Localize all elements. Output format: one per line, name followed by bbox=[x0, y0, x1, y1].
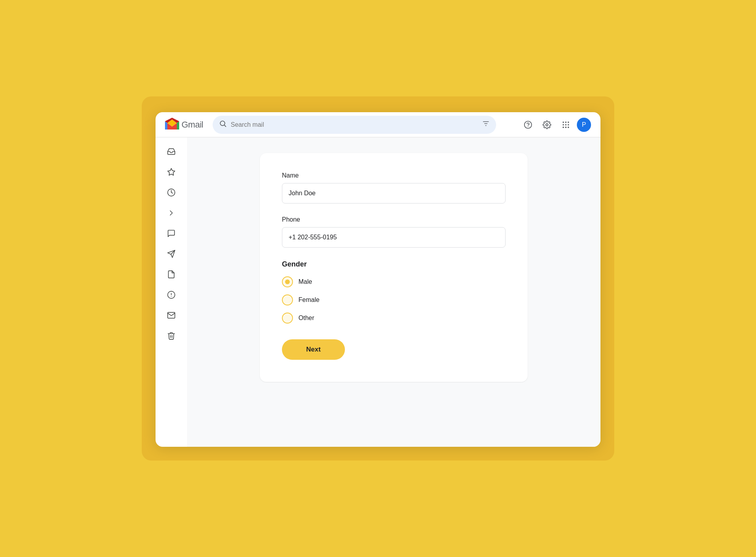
form-card: Name Phone Gender bbox=[260, 153, 528, 382]
svg-point-14 bbox=[563, 126, 564, 128]
sidebar-item-inbox[interactable] bbox=[160, 142, 182, 161]
search-icon bbox=[219, 120, 227, 130]
sidebar-item-notes[interactable] bbox=[160, 265, 182, 284]
sidebar bbox=[156, 137, 187, 447]
svg-point-9 bbox=[565, 121, 567, 123]
radio-group: Male Female Other bbox=[282, 276, 506, 324]
radio-circle-female bbox=[282, 294, 293, 305]
svg-marker-17 bbox=[168, 168, 175, 175]
svg-point-13 bbox=[568, 124, 569, 126]
avatar[interactable]: P bbox=[577, 118, 591, 132]
svg-point-15 bbox=[565, 126, 567, 128]
sidebar-item-trash[interactable] bbox=[160, 326, 182, 345]
sidebar-item-outbox[interactable] bbox=[160, 244, 182, 263]
name-group: Name bbox=[282, 172, 506, 204]
radio-item-other[interactable]: Other bbox=[282, 313, 506, 324]
header-right: P bbox=[520, 117, 591, 133]
gmail-header: Gmail bbox=[156, 112, 600, 137]
next-button[interactable]: Next bbox=[282, 339, 345, 360]
gmail-logo-icon bbox=[165, 118, 179, 132]
sidebar-item-all-mail[interactable] bbox=[160, 306, 182, 325]
gender-label: Gender bbox=[282, 260, 506, 268]
phone-group: Phone bbox=[282, 216, 506, 248]
main-layout: Name Phone Gender bbox=[156, 137, 600, 447]
search-filter-icon[interactable] bbox=[482, 120, 490, 130]
search-bar[interactable] bbox=[213, 116, 496, 134]
svg-point-12 bbox=[565, 124, 567, 126]
svg-point-16 bbox=[568, 126, 569, 128]
gmail-logo: Gmail bbox=[165, 118, 203, 132]
sidebar-item-snoozed[interactable] bbox=[160, 183, 182, 202]
radio-circle-other bbox=[282, 313, 293, 324]
gender-section: Gender Male Female bbox=[282, 260, 506, 324]
svg-point-11 bbox=[563, 124, 564, 126]
svg-point-10 bbox=[568, 121, 569, 123]
phone-label: Phone bbox=[282, 216, 506, 223]
sidebar-item-scheduled[interactable] bbox=[160, 285, 182, 304]
radio-circle-male bbox=[282, 276, 293, 287]
radio-item-female[interactable]: Female bbox=[282, 294, 506, 305]
phone-input[interactable] bbox=[282, 227, 506, 248]
sidebar-item-sent[interactable] bbox=[160, 204, 182, 222]
gmail-logo-text: Gmail bbox=[182, 120, 203, 130]
svg-line-1 bbox=[224, 125, 226, 127]
sidebar-item-drafts[interactable] bbox=[160, 224, 182, 243]
radio-label-male: Male bbox=[298, 278, 312, 285]
settings-button[interactable] bbox=[539, 117, 555, 133]
radio-label-other: Other bbox=[298, 315, 314, 322]
name-input[interactable] bbox=[282, 183, 506, 204]
search-input[interactable] bbox=[231, 121, 478, 128]
content-area: Name Phone Gender bbox=[187, 137, 600, 447]
radio-label-female: Female bbox=[298, 296, 319, 303]
radio-item-male[interactable]: Male bbox=[282, 276, 506, 287]
sidebar-item-starred[interactable] bbox=[160, 163, 182, 181]
name-label: Name bbox=[282, 172, 506, 179]
help-button[interactable] bbox=[520, 117, 536, 133]
svg-point-7 bbox=[546, 124, 548, 126]
svg-point-8 bbox=[563, 121, 564, 123]
apps-button[interactable] bbox=[558, 117, 574, 133]
